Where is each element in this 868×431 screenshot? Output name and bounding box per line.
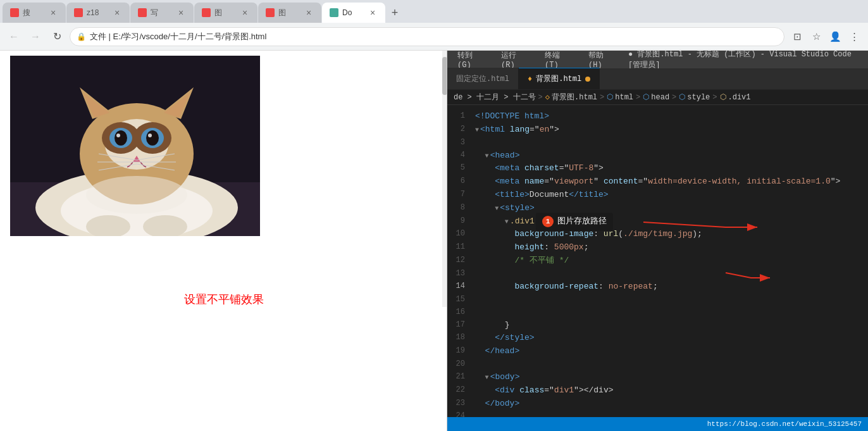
- code-line-2: 2 <html lang="en">: [447, 123, 868, 137]
- tab-close-5[interactable]: ×: [304, 8, 314, 18]
- browser-tab-3[interactable]: 写 ×: [130, 3, 194, 23]
- vscode-modified-dot: [585, 77, 590, 82]
- code-line-1: 1 <!DOCTYPE html>: [447, 110, 868, 123]
- tab-favicon-2: [74, 8, 83, 17]
- scrollbar-thumb[interactable]: [442, 57, 447, 95]
- tab-close-4[interactable]: ×: [240, 8, 250, 18]
- tab-favicon-5: [266, 8, 275, 17]
- code-line-13: 13: [447, 268, 868, 280]
- back-button[interactable]: ←: [5, 28, 23, 46]
- code-line-6: 6 <meta name="viewport" content="width=d…: [447, 175, 868, 189]
- vscode-statusbar: https://blog.csdn.net/weixin_53125457: [447, 417, 868, 431]
- tab-close-2[interactable]: ×: [112, 8, 122, 18]
- tab-label-5: 图: [278, 8, 300, 18]
- svg-point-16: [116, 134, 120, 137]
- cat-image: [10, 56, 260, 236]
- code-line-20: 20: [447, 358, 868, 371]
- new-tab-button[interactable]: +: [386, 4, 404, 22]
- account-button[interactable]: 👤: [826, 28, 844, 46]
- code-line-17: 17 }: [447, 319, 868, 332]
- browser-tab-5[interactable]: 图 ×: [258, 3, 321, 23]
- breadcrumb-html: ⬡ html: [607, 92, 633, 102]
- tab-label-3: 写: [151, 8, 172, 18]
- browser-preview: 设置不平铺效果: [0, 51, 447, 431]
- lock-icon: 🔒: [77, 32, 86, 41]
- tab-label-2: z18: [87, 8, 108, 17]
- tab-label-6: Do: [342, 8, 364, 17]
- tab-label-1: 搜: [23, 8, 44, 18]
- vscode-title: ● 背景图.html - 无标题 (工作区) - Visual Studio C…: [628, 51, 862, 70]
- code-line-14: 14 background-repeat: no-repeat;: [447, 280, 868, 294]
- code-line-24: 24: [447, 410, 868, 417]
- address-text: 文件 | E:/学习/vscode/十二月/十二号/背景图.html: [90, 31, 778, 42]
- svg-point-17: [148, 134, 152, 137]
- toolbar-actions: ⊡ ☆ 👤 ⋮: [788, 28, 863, 46]
- fold-icon-2[interactable]: [475, 127, 479, 134]
- vscode-tab-label-1: 固定定位.html: [456, 73, 509, 84]
- tab-favicon-4: [202, 8, 211, 17]
- cast-button[interactable]: ⊡: [788, 28, 806, 46]
- tab-favicon-6: [330, 8, 338, 17]
- breadcrumb-div1: ⬡ .div1: [720, 92, 751, 102]
- svg-point-27: [86, 176, 187, 214]
- address-bar[interactable]: 🔒 文件 | E:/学习/vscode/十二月/十二号/背景图.html: [70, 27, 784, 46]
- statusbar-url[interactable]: https://blog.csdn.net/weixin_53125457: [707, 420, 862, 428]
- vscode-tab-fixedpos[interactable]: 固定定位.html: [447, 68, 519, 89]
- fold-icon-4[interactable]: [485, 153, 489, 159]
- forward-button[interactable]: →: [27, 28, 44, 46]
- code-line-3: 3: [447, 137, 868, 149]
- breadcrumb-file: ◇ 背景图.html: [545, 92, 597, 103]
- code-line-7: 7 <title>Document</title>: [447, 189, 868, 202]
- browser-toolbar: ← → ↻ 🔒 文件 | E:/学习/vscode/十二月/十二号/背景图.ht…: [0, 23, 868, 51]
- tab-close-3[interactable]: ×: [176, 8, 186, 18]
- code-line-4: 4 <head>: [447, 149, 868, 163]
- breadcrumb-style: ⬡ style: [679, 92, 710, 102]
- browser-tab-2[interactable]: z18 ×: [66, 3, 130, 23]
- breadcrumb-path: de > 十二月 > 十二号: [454, 92, 536, 103]
- code-line-18: 18 </style>: [447, 332, 868, 345]
- vscode-tab-icon-2: ♦: [528, 75, 532, 84]
- browser-tabs-bar: 搜 × z18 × 写 × 图 × 图 × Do × +: [0, 0, 868, 23]
- vscode-tabs-bar: 固定定位.html ♦ 背景图.html: [447, 68, 868, 90]
- fold-icon-8[interactable]: [495, 205, 499, 212]
- vscode-tab-label-2: 背景图.html: [536, 73, 581, 84]
- vscode-editor-area: 转到(G) 运行(R) 终端(T) 帮助(H) ● 背景图.html - 无标题…: [447, 51, 868, 431]
- svg-point-15: [146, 130, 159, 146]
- tab-favicon-3: [138, 8, 147, 17]
- code-line-11: 11 height: 5000px;: [447, 241, 868, 254]
- main-area: 设置不平铺效果 转到(G) 运行(R) 终端(T) 帮助(H) ● 背景图.ht…: [0, 51, 868, 431]
- fold-icon-21[interactable]: [485, 374, 489, 381]
- cat-svg: [10, 56, 260, 236]
- code-line-12: 12 /* 不平铺 */: [447, 254, 868, 268]
- code-line-16: 16: [447, 306, 868, 319]
- tab-label-4: 图: [214, 8, 236, 18]
- breadcrumb-head: ⬡ head: [643, 92, 669, 102]
- tab-favicon-1: [10, 8, 19, 17]
- browser-tab-4[interactable]: 图 ×: [194, 3, 257, 23]
- fold-icon-9[interactable]: [505, 218, 509, 225]
- bookmark-button[interactable]: ☆: [807, 28, 825, 46]
- code-line-5: 5 <meta charset="UTF-8">: [447, 162, 868, 175]
- tab-close-6[interactable]: ×: [368, 8, 378, 18]
- code-line-22: 22 <div class="div1"></div>: [447, 384, 868, 397]
- menu-button[interactable]: ⋮: [845, 28, 863, 46]
- tab-close-1[interactable]: ×: [48, 8, 58, 18]
- vscode-titlebar: 转到(G) 运行(R) 终端(T) 帮助(H) ● 背景图.html - 无标题…: [447, 51, 868, 68]
- code-line-9: 9 .div1 {: [447, 215, 868, 228]
- vscode-tab-bgimage[interactable]: ♦ 背景图.html: [519, 68, 600, 89]
- svg-point-14: [115, 130, 127, 146]
- code-line-15: 15: [447, 294, 868, 306]
- preview-text: 设置不平铺效果: [184, 292, 264, 307]
- vscode-breadcrumb: de > 十二月 > 十二号 > ◇ 背景图.html > ⬡ html > ⬡…: [447, 90, 868, 105]
- code-line-10: 10 background-image: url(./img/timg.jpg)…: [447, 228, 868, 241]
- browser-tab-6[interactable]: Do ×: [322, 3, 385, 23]
- reload-button[interactable]: ↻: [48, 28, 66, 46]
- code-line-19: 19 </head>: [447, 345, 868, 358]
- code-line-23: 23 </body>: [447, 397, 868, 411]
- code-line-21: 21 <body>: [447, 371, 868, 384]
- vscode-code-editor[interactable]: 1 <!DOCTYPE html> 2 <html lang="en"> 3 4…: [447, 105, 868, 417]
- code-line-8: 8 <style>: [447, 202, 868, 215]
- browser-tab-1[interactable]: 搜 ×: [3, 3, 66, 23]
- scrollbar-track[interactable]: [442, 51, 447, 307]
